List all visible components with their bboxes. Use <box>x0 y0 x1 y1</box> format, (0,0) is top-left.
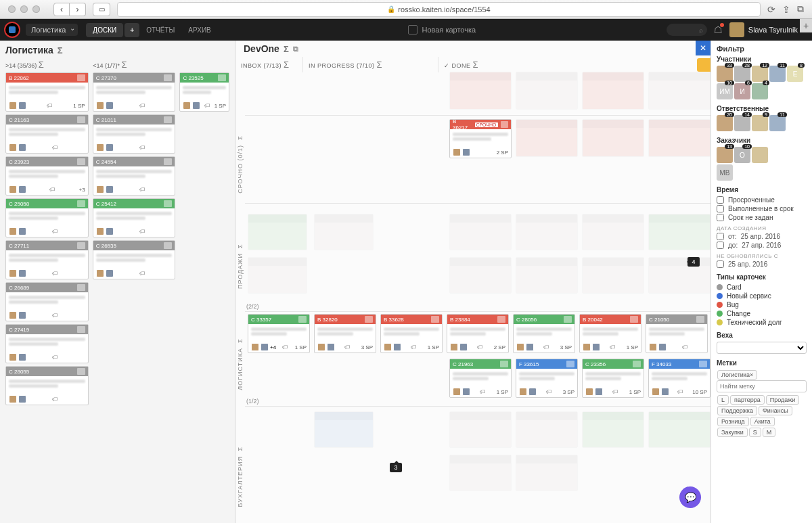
card[interactable]: C 23356 🏷1 SP <box>582 359 644 398</box>
card-type-option[interactable]: Новый сервис <box>717 292 807 300</box>
tag-chip[interactable]: Поддержка <box>717 406 757 415</box>
col-a-header[interactable]: >14 (35/36) Σ <box>5 60 87 70</box>
card[interactable]: C 23923 🏷+3 <box>5 156 89 196</box>
avatar-filter[interactable]: ИМ10 <box>717 83 733 99</box>
ck-ontime[interactable]: Выполненные в срок <box>717 205 807 212</box>
card[interactable]: F 33615 🏷3 SP <box>516 359 578 398</box>
card-type-option[interactable]: Change <box>717 310 807 317</box>
add-board-button[interactable]: + <box>125 23 139 37</box>
card[interactable]: C 21011 🏷 <box>93 114 176 154</box>
avatar-filter[interactable]: Е8 <box>787 66 803 82</box>
nav-tabs: ДОСКИ + ОТЧЁТЫ АРХИВ <box>86 23 217 37</box>
external-link-icon[interactable]: ⧉ <box>293 45 298 53</box>
tag-chip[interactable]: Продажи <box>766 395 800 405</box>
card-type-option[interactable]: Card <box>717 283 807 291</box>
card[interactable]: C 26535 🏷 <box>93 240 176 279</box>
sigma-icon[interactable]: Σ <box>284 44 289 54</box>
stage-done[interactable]: ✓ DONE Σ <box>438 57 710 72</box>
tag-chip[interactable]: Акита <box>750 417 775 426</box>
tag-chip[interactable]: Розница <box>717 417 749 426</box>
avatar-filter[interactable]: 12 <box>752 66 768 82</box>
avatar <box>729 22 744 37</box>
card[interactable]: C 28055 🏷 <box>5 366 89 405</box>
notifications-icon[interactable]: ☖ <box>714 24 723 35</box>
forward-button[interactable]: › <box>70 3 86 16</box>
card[interactable]: F 34033 🏷10 SP <box>648 359 710 398</box>
tab-overview-button[interactable]: ▭ <box>93 3 110 16</box>
tab-archive[interactable]: АРХИВ <box>181 23 217 37</box>
user-menu[interactable]: Slava Tsyrulnik ⌄ <box>729 22 808 37</box>
card[interactable]: C 21963 🏷1 SP <box>449 359 512 398</box>
search-input[interactable]: ⌕ <box>667 24 707 36</box>
tabs-icon[interactable]: ⧉ <box>797 3 804 15</box>
app-logo[interactable] <box>4 22 20 38</box>
space-selector[interactable]: Логистика <box>26 24 78 36</box>
ck-overdue[interactable]: Просроченные <box>717 196 807 204</box>
col-b-header[interactable]: <14 (1/7)* Σ <box>93 60 175 70</box>
reload-icon[interactable]: ⟳ <box>767 4 775 15</box>
chrome-actions: ⟳ ⇪ ⧉ <box>767 3 804 15</box>
tag-chip[interactable]: S <box>749 428 761 437</box>
card[interactable]: C 25058 🏷 <box>5 198 89 237</box>
milestone-select[interactable] <box>717 342 807 354</box>
card[interactable]: C 27711 🏷 <box>5 240 89 279</box>
tag-chip[interactable]: Финансы <box>759 406 792 415</box>
avatar-filter[interactable] <box>752 147 768 163</box>
stage-inbox[interactable]: INBOX (7/13) Σ <box>235 57 303 72</box>
avatar-filter[interactable]: И6 <box>734 83 750 99</box>
date-to[interactable]: до:27 апр. 2016 <box>717 242 807 249</box>
avatar-filter[interactable]: 9 <box>752 115 768 131</box>
card[interactable]: B 22862 🏷1 SP <box>5 72 89 112</box>
avatar-filter[interactable]: 20 <box>717 115 733 131</box>
new-card-action[interactable]: Новая карточка <box>223 25 661 35</box>
card-type-option[interactable]: Технический долг <box>717 319 807 326</box>
browser-chrome: ‹ › ▭ 🔒 rossko.kaiten.io/space/1554 ⟳ ⇪ … <box>0 0 812 19</box>
avatar-filter[interactable]: 11 <box>769 66 786 82</box>
sigma-icon[interactable]: Σ <box>58 45 63 55</box>
avatar-filter[interactable]: 28 <box>734 66 750 82</box>
card[interactable]: C 23525 🏷1 SP <box>179 72 229 112</box>
tag-chip[interactable]: партерра <box>730 395 765 405</box>
date-updated[interactable]: 25 апр. 2016 <box>717 260 807 268</box>
card[interactable]: C 33357 +4🏷1 SP <box>248 314 310 353</box>
card[interactable]: C 26689 🏷 <box>5 282 89 321</box>
avatar-filter[interactable]: 11 <box>769 115 786 131</box>
avatar-filter[interactable]: 33 <box>717 66 733 82</box>
chat-button[interactable]: 💬 <box>679 486 701 508</box>
avatar-filter[interactable]: 14 <box>734 115 750 131</box>
card[interactable]: B 33628 🏷1 SP <box>380 314 443 353</box>
card[interactable]: C 27370 🏷 <box>93 72 176 112</box>
tag-chip[interactable]: L <box>717 395 729 405</box>
card[interactable]: B 20042 🏷1 SP <box>579 314 641 353</box>
tag-selected[interactable]: Логистика × <box>717 370 757 380</box>
card[interactable]: B 32820 🏷3 SP <box>314 314 376 353</box>
date-from[interactable]: от:25 апр. 2016 <box>717 233 807 240</box>
new-tab-button[interactable]: + <box>800 19 812 32</box>
card-type-option[interactable]: Bug <box>717 301 807 309</box>
stage-in-progress[interactable]: IN PROGRESS (7/10) Σ <box>303 57 438 72</box>
card[interactable]: C 24554 🏷 <box>93 156 176 196</box>
avatar-filter[interactable]: 4 <box>752 83 768 99</box>
back-button[interactable]: ‹ <box>53 3 70 16</box>
tag-chip[interactable]: Закупки <box>717 428 748 437</box>
card[interactable]: C 25412 🏷 <box>93 198 176 237</box>
avatar-filter[interactable]: О10 <box>734 147 750 163</box>
search-icon: ⌕ <box>699 26 703 34</box>
avatar-filter[interactable]: 13 <box>717 147 733 163</box>
tag-chip[interactable]: M <box>763 428 776 437</box>
address-bar[interactable]: 🔒 rossko.kaiten.io/space/1554 <box>117 2 761 17</box>
ck-nodue[interactable]: Срок не задан <box>717 214 807 221</box>
nav-arrows: ‹ › <box>53 3 86 16</box>
tab-boards[interactable]: ДОСКИ <box>86 23 123 37</box>
avatar-mb[interactable]: МВ <box>717 164 733 181</box>
card-urgent[interactable]: B 36217СРОЧНО 2 SP <box>449 119 512 158</box>
tag-search-input[interactable] <box>717 380 807 392</box>
tab-reports[interactable]: ОТЧЁТЫ <box>139 23 181 37</box>
share-icon[interactable]: ⇪ <box>782 4 790 15</box>
card[interactable]: B 23884 🏷2 SP <box>447 314 509 353</box>
left-board-title: ЛогистикаΣ <box>5 45 229 55</box>
card[interactable]: C 21050 🏷 <box>646 314 708 353</box>
card[interactable]: C 28056 🏷3 SP <box>513 314 575 353</box>
card[interactable]: C 27419 🏷 <box>5 324 89 363</box>
card[interactable]: C 21163 🏷 <box>5 114 89 154</box>
